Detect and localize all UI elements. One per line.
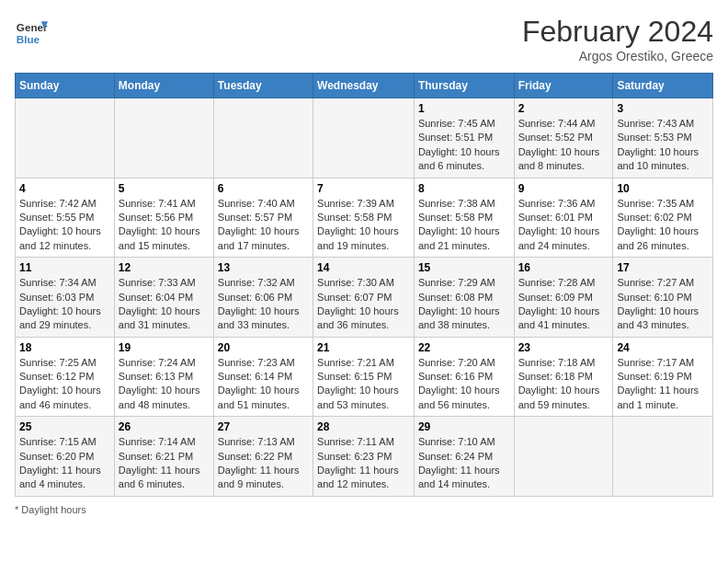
day-info: Sunrise: 7:24 AM Sunset: 6:13 PM Dayligh… xyxy=(119,356,210,413)
day-number: 24 xyxy=(617,341,709,354)
week-row-4: 18Sunrise: 7:25 AM Sunset: 6:12 PM Dayli… xyxy=(16,337,713,417)
calendar-cell: 16Sunrise: 7:28 AM Sunset: 6:09 PM Dayli… xyxy=(514,258,613,338)
calendar-cell: 11Sunrise: 7:34 AM Sunset: 6:03 PM Dayli… xyxy=(16,258,115,338)
calendar-cell: 10Sunrise: 7:35 AM Sunset: 6:02 PM Dayli… xyxy=(613,178,713,258)
day-info: Sunrise: 7:17 AM Sunset: 6:19 PM Dayligh… xyxy=(617,356,709,413)
calendar-header: SundayMondayTuesdayWednesdayThursdayFrid… xyxy=(16,74,713,98)
day-number: 11 xyxy=(19,261,110,274)
calendar-cell xyxy=(313,98,415,178)
week-row-5: 25Sunrise: 7:15 AM Sunset: 6:20 PM Dayli… xyxy=(16,417,713,497)
day-info: Sunrise: 7:28 AM Sunset: 6:09 PM Dayligh… xyxy=(518,276,609,333)
day-info: Sunrise: 7:42 AM Sunset: 5:55 PM Dayligh… xyxy=(19,197,110,254)
calendar-cell: 12Sunrise: 7:33 AM Sunset: 6:04 PM Dayli… xyxy=(114,258,213,338)
title-block: February 2024 Argos Orestiko, Greece xyxy=(522,15,713,63)
calendar-cell: 23Sunrise: 7:18 AM Sunset: 6:18 PM Dayli… xyxy=(514,337,613,417)
day-info: Sunrise: 7:40 AM Sunset: 5:57 PM Dayligh… xyxy=(218,197,309,254)
day-info: Sunrise: 7:36 AM Sunset: 6:01 PM Dayligh… xyxy=(518,197,609,254)
day-info: Sunrise: 7:11 AM Sunset: 6:23 PM Dayligh… xyxy=(317,435,410,492)
calendar-cell: 9Sunrise: 7:36 AM Sunset: 6:01 PM Daylig… xyxy=(514,178,613,258)
day-info: Sunrise: 7:38 AM Sunset: 5:58 PM Dayligh… xyxy=(418,197,510,254)
week-row-2: 4Sunrise: 7:42 AM Sunset: 5:55 PM Daylig… xyxy=(16,178,713,258)
day-info: Sunrise: 7:29 AM Sunset: 6:08 PM Dayligh… xyxy=(418,276,510,333)
calendar-cell: 2Sunrise: 7:44 AM Sunset: 5:52 PM Daylig… xyxy=(514,98,613,178)
day-number: 4 xyxy=(19,182,110,195)
day-info: Sunrise: 7:15 AM Sunset: 6:20 PM Dayligh… xyxy=(19,435,110,492)
day-info: Sunrise: 7:43 AM Sunset: 5:53 PM Dayligh… xyxy=(617,117,709,174)
day-info: Sunrise: 7:30 AM Sunset: 6:07 PM Dayligh… xyxy=(317,276,410,333)
subtitle: Argos Orestiko, Greece xyxy=(522,49,713,63)
day-info: Sunrise: 7:27 AM Sunset: 6:10 PM Dayligh… xyxy=(617,276,709,333)
day-info: Sunrise: 7:45 AM Sunset: 5:51 PM Dayligh… xyxy=(418,117,510,174)
calendar-cell: 6Sunrise: 7:40 AM Sunset: 5:57 PM Daylig… xyxy=(213,178,313,258)
day-number: 16 xyxy=(518,261,609,274)
day-info: Sunrise: 7:34 AM Sunset: 6:03 PM Dayligh… xyxy=(19,276,110,333)
day-info: Sunrise: 7:20 AM Sunset: 6:16 PM Dayligh… xyxy=(418,356,510,413)
day-number: 28 xyxy=(317,420,410,433)
calendar-cell: 24Sunrise: 7:17 AM Sunset: 6:19 PM Dayli… xyxy=(613,337,713,417)
day-header-friday: Friday xyxy=(514,74,613,98)
logo: General Blue General Blue xyxy=(15,15,48,48)
day-header-saturday: Saturday xyxy=(613,74,713,98)
day-number: 29 xyxy=(418,420,510,433)
day-number: 5 xyxy=(119,182,210,195)
day-number: 1 xyxy=(418,102,510,115)
day-number: 2 xyxy=(518,102,609,115)
calendar-cell: 4Sunrise: 7:42 AM Sunset: 5:55 PM Daylig… xyxy=(16,178,115,258)
day-info: Sunrise: 7:32 AM Sunset: 6:06 PM Dayligh… xyxy=(218,276,309,333)
calendar-cell: 1Sunrise: 7:45 AM Sunset: 5:51 PM Daylig… xyxy=(414,98,514,178)
calendar-cell: 17Sunrise: 7:27 AM Sunset: 6:10 PM Dayli… xyxy=(613,258,713,338)
calendar-cell xyxy=(613,417,713,497)
calendar-cell: 22Sunrise: 7:20 AM Sunset: 6:16 PM Dayli… xyxy=(414,337,514,417)
calendar-cell: 27Sunrise: 7:13 AM Sunset: 6:22 PM Dayli… xyxy=(213,417,313,497)
day-number: 13 xyxy=(218,261,309,274)
day-number: 23 xyxy=(518,341,609,354)
main-title: February 2024 xyxy=(522,15,713,49)
footer-note: * Daylight hours xyxy=(15,504,713,515)
day-info: Sunrise: 7:21 AM Sunset: 6:15 PM Dayligh… xyxy=(317,356,410,413)
calendar-cell: 29Sunrise: 7:10 AM Sunset: 6:24 PM Dayli… xyxy=(414,417,514,497)
day-number: 10 xyxy=(617,182,709,195)
day-header-tuesday: Tuesday xyxy=(213,74,313,98)
day-number: 21 xyxy=(317,341,410,354)
week-row-3: 11Sunrise: 7:34 AM Sunset: 6:03 PM Dayli… xyxy=(16,258,713,338)
day-number: 18 xyxy=(19,341,110,354)
day-number: 3 xyxy=(617,102,709,115)
day-info: Sunrise: 7:14 AM Sunset: 6:21 PM Dayligh… xyxy=(119,435,210,492)
day-header-monday: Monday xyxy=(114,74,213,98)
calendar-cell: 15Sunrise: 7:29 AM Sunset: 6:08 PM Dayli… xyxy=(414,258,514,338)
day-info: Sunrise: 7:44 AM Sunset: 5:52 PM Dayligh… xyxy=(518,117,609,174)
calendar-cell: 20Sunrise: 7:23 AM Sunset: 6:14 PM Dayli… xyxy=(213,337,313,417)
day-info: Sunrise: 7:41 AM Sunset: 5:56 PM Dayligh… xyxy=(119,197,210,254)
calendar-cell: 14Sunrise: 7:30 AM Sunset: 6:07 PM Dayli… xyxy=(313,258,415,338)
day-number: 9 xyxy=(518,182,609,195)
week-row-1: 1Sunrise: 7:45 AM Sunset: 5:51 PM Daylig… xyxy=(16,98,713,178)
page-header: General Blue General Blue February 2024 … xyxy=(15,15,713,63)
calendar-cell: 3Sunrise: 7:43 AM Sunset: 5:53 PM Daylig… xyxy=(613,98,713,178)
calendar-cell: 26Sunrise: 7:14 AM Sunset: 6:21 PM Dayli… xyxy=(114,417,213,497)
day-number: 27 xyxy=(218,420,309,433)
calendar-cell xyxy=(514,417,613,497)
calendar-cell: 28Sunrise: 7:11 AM Sunset: 6:23 PM Dayli… xyxy=(313,417,415,497)
calendar-cell: 19Sunrise: 7:24 AM Sunset: 6:13 PM Dayli… xyxy=(114,337,213,417)
calendar-cell xyxy=(114,98,213,178)
day-info: Sunrise: 7:35 AM Sunset: 6:02 PM Dayligh… xyxy=(617,197,709,254)
calendar-cell: 25Sunrise: 7:15 AM Sunset: 6:20 PM Dayli… xyxy=(16,417,115,497)
day-header-thursday: Thursday xyxy=(414,74,514,98)
calendar-cell: 18Sunrise: 7:25 AM Sunset: 6:12 PM Dayli… xyxy=(16,337,115,417)
calendar-cell: 13Sunrise: 7:32 AM Sunset: 6:06 PM Dayli… xyxy=(213,258,313,338)
calendar-cell xyxy=(213,98,313,178)
day-number: 14 xyxy=(317,261,410,274)
calendar-cell: 5Sunrise: 7:41 AM Sunset: 5:56 PM Daylig… xyxy=(114,178,213,258)
day-info: Sunrise: 7:13 AM Sunset: 6:22 PM Dayligh… xyxy=(218,435,309,492)
day-number: 19 xyxy=(119,341,210,354)
day-number: 25 xyxy=(19,420,110,433)
day-number: 7 xyxy=(317,182,410,195)
calendar-cell xyxy=(16,98,115,178)
calendar-table: SundayMondayTuesdayWednesdayThursdayFrid… xyxy=(15,73,713,497)
day-info: Sunrise: 7:39 AM Sunset: 5:58 PM Dayligh… xyxy=(317,197,410,254)
day-info: Sunrise: 7:23 AM Sunset: 6:14 PM Dayligh… xyxy=(218,356,309,413)
day-number: 8 xyxy=(418,182,510,195)
svg-text:Blue: Blue xyxy=(17,33,40,45)
day-info: Sunrise: 7:10 AM Sunset: 6:24 PM Dayligh… xyxy=(418,435,510,492)
day-header-sunday: Sunday xyxy=(16,74,115,98)
